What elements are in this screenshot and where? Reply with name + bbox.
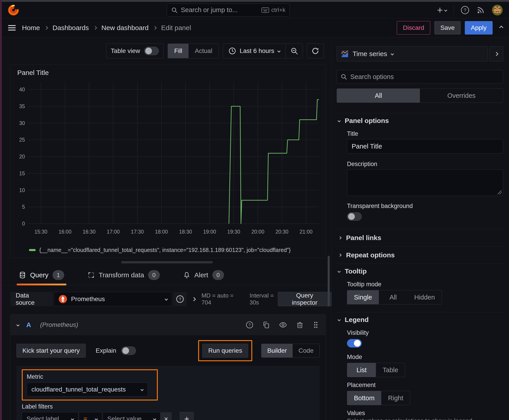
- pane-resize-handle[interactable]: [121, 261, 213, 263]
- legend-visibility-toggle[interactable]: [347, 339, 362, 347]
- explain-toggle[interactable]: [121, 346, 136, 355]
- refresh-button[interactable]: [307, 44, 324, 58]
- help-button[interactable]: ?: [461, 6, 470, 15]
- search-placeholder: Search or jump to...: [181, 6, 258, 14]
- legend-mode-control: List Table: [347, 363, 405, 377]
- transparent-bg-toggle[interactable]: [347, 212, 362, 221]
- zoom-out-time-button[interactable]: [285, 44, 303, 58]
- news-icon[interactable]: [476, 6, 485, 15]
- tooltip-content: Tooltip mode Single All Hidden: [337, 281, 503, 304]
- chevron-down-icon: [16, 323, 20, 326]
- series-line[interactable]: [229, 100, 319, 224]
- editor-tabs: Query 1 Transform data 0 Alert 0: [2, 267, 332, 285]
- duplicate-query-button[interactable]: [262, 321, 270, 329]
- fill-actual-control: Fill Actual: [168, 44, 219, 58]
- tab-all-options[interactable]: All: [337, 89, 420, 103]
- y-tick-label: 5: [22, 204, 25, 210]
- query-editor-card: A (Prometheus) ?: [10, 314, 326, 420]
- operator-dropdown[interactable]: =: [79, 412, 102, 420]
- panel-options-title: Panel options: [345, 117, 389, 125]
- user-avatar[interactable]: [492, 5, 503, 15]
- query-help-button[interactable]: ?: [245, 321, 254, 329]
- x-tick-label: 21:00: [300, 229, 313, 235]
- menu-toggle-button[interactable]: [8, 24, 16, 31]
- breadcrumb-home[interactable]: Home: [22, 24, 40, 32]
- query-ref-id[interactable]: A: [26, 321, 31, 329]
- legend-placement-right[interactable]: Right: [381, 391, 410, 405]
- search-icon: [171, 7, 178, 14]
- legend-mode-list[interactable]: List: [347, 363, 376, 377]
- visualization-picker[interactable]: Time series: [337, 46, 488, 61]
- scrollbar-thumb[interactable]: [328, 256, 330, 307]
- chevron-right-icon: [338, 254, 342, 257]
- legend-swatch[interactable]: [29, 249, 36, 251]
- repeat-options-section[interactable]: Repeat options: [337, 247, 503, 264]
- run-queries-button[interactable]: Run queries: [202, 344, 248, 358]
- new-menu-button[interactable]: +: [437, 5, 447, 15]
- code-option[interactable]: Code: [293, 344, 319, 357]
- legend-mode-table[interactable]: Table: [376, 363, 405, 377]
- tooltip-mode-hidden[interactable]: Hidden: [408, 290, 442, 304]
- tooltip-section-header[interactable]: Tooltip: [337, 264, 503, 279]
- add-filter-button[interactable]: +: [180, 412, 194, 420]
- actual-option[interactable]: Actual: [189, 44, 219, 58]
- metric-select[interactable]: cloudflared_tunnel_total_requests: [27, 382, 148, 397]
- time-series-chart[interactable]: 051015202530354015:3016:0016:3017:0017:3…: [15, 78, 320, 246]
- tab-overrides[interactable]: Overrides: [420, 89, 503, 103]
- datasource-help-button[interactable]: ?: [174, 292, 187, 306]
- delete-query-button[interactable]: [296, 321, 304, 329]
- description-textarea[interactable]: [347, 169, 503, 196]
- query-body: Kick start your query Explain Run querie…: [11, 335, 326, 420]
- query-header-row[interactable]: A (Prometheus) ?: [11, 315, 326, 335]
- search-icon: [341, 73, 347, 80]
- resize-grip-icon[interactable]: [498, 190, 501, 194]
- remove-filter-button[interactable]: ×: [160, 412, 172, 420]
- chevron-down-icon: [165, 298, 168, 301]
- select-label-dropdown[interactable]: Select label: [22, 412, 78, 420]
- tooltip-mode-single[interactable]: Single: [347, 290, 379, 304]
- breadcrumb-dashboards[interactable]: Dashboards: [53, 24, 89, 32]
- builder-option[interactable]: Builder: [261, 344, 293, 357]
- title-field-label: Title: [347, 130, 503, 137]
- hide-query-button[interactable]: [279, 321, 287, 329]
- collapse-options-pane-button[interactable]: [500, 26, 503, 29]
- expand-options-chevron[interactable]: [192, 298, 195, 301]
- clock-icon: [228, 47, 236, 55]
- kick-start-query-button[interactable]: Kick start your query: [16, 344, 86, 358]
- tab-query[interactable]: Query 1: [18, 267, 65, 285]
- options-search-input[interactable]: Search options: [337, 70, 503, 83]
- query-inspector-button[interactable]: Query inspector: [278, 292, 332, 306]
- select-value-dropdown[interactable]: Select value: [103, 412, 160, 420]
- toggle-viz-pane-button[interactable]: [489, 46, 503, 61]
- grafana-logo[interactable]: [8, 4, 19, 16]
- global-search-input[interactable]: Search or jump to... ctrl+k: [167, 4, 290, 17]
- datasource-picker[interactable]: Prometheus: [54, 292, 172, 306]
- time-range-picker[interactable]: Last 6 hours: [223, 44, 285, 58]
- apply-button[interactable]: Apply: [465, 21, 493, 35]
- tooltip-title: Tooltip: [345, 267, 367, 275]
- save-button[interactable]: Save: [434, 21, 461, 35]
- tab-alert[interactable]: Alert 0: [182, 267, 225, 285]
- panel-title[interactable]: Panel Title: [15, 68, 320, 78]
- fill-option[interactable]: Fill: [168, 44, 189, 58]
- panel-title-input[interactable]: Panel Title: [347, 139, 503, 153]
- tab-transform-data[interactable]: Transform data 0: [87, 267, 161, 285]
- breadcrumb-new-dashboard[interactable]: New dashboard: [101, 24, 149, 32]
- x-tick-label: 15:30: [35, 229, 48, 235]
- legend-placement-control: Bottom Right: [347, 391, 410, 405]
- description-field-label: Description: [347, 161, 503, 168]
- refresh-icon: [311, 47, 319, 55]
- timeseries-viz-icon: [341, 50, 349, 58]
- drag-query-handle[interactable]: [312, 321, 319, 329]
- panel-links-section[interactable]: Panel links: [337, 229, 503, 246]
- discard-button[interactable]: Discard: [397, 21, 430, 35]
- help-circle-icon: ?: [176, 295, 184, 303]
- panel-options-section-header[interactable]: Panel options: [337, 113, 503, 128]
- legend-series-name[interactable]: {__name__="cloudflared_tunnel_total_requ…: [39, 247, 291, 253]
- tooltip-mode-all[interactable]: All: [379, 290, 408, 304]
- table-view-toggle[interactable]: [144, 47, 159, 55]
- legend-placement-bottom[interactable]: Bottom: [347, 391, 381, 405]
- x-tick-label: 18:00: [155, 229, 168, 235]
- select-value-placeholder: Select value: [107, 415, 150, 420]
- legend-section-header[interactable]: Legend: [337, 312, 503, 327]
